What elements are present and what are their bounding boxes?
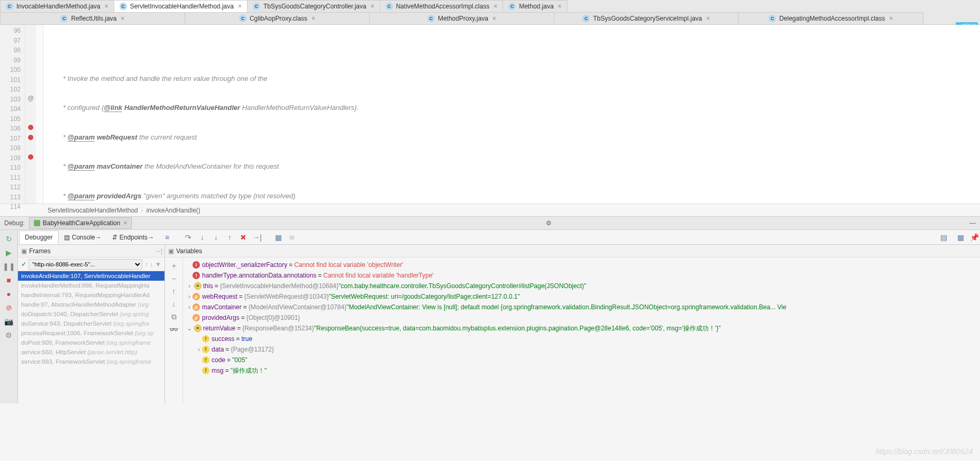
variable-row[interactable]: ⌄=returnValue = {ResponseBean@15234} "Re… xyxy=(186,323,977,334)
close-icon[interactable]: × xyxy=(238,3,242,10)
breadcrumb[interactable]: ServletInvocableHandlerMethod›invokeAndH… xyxy=(0,204,980,216)
evaluate-button[interactable]: ▦ xyxy=(272,232,284,243)
editor-tab[interactable]: CMethodProxy.java× xyxy=(369,12,554,24)
step-into-button[interactable]: ↓ xyxy=(196,232,208,243)
close-icon[interactable]: × xyxy=(121,15,125,22)
frames-detach-icon[interactable]: →| xyxy=(154,247,162,255)
variable-row[interactable]: pprovidedArgs = {Object[0]@10901} xyxy=(186,312,977,323)
variable-row[interactable]: fsuccess = true xyxy=(186,334,977,344)
class-icon: C xyxy=(6,3,13,10)
annotation-icon: @ xyxy=(28,95,34,102)
frames-title: Frames xyxy=(29,247,51,255)
variable-row[interactable]: !handlerType.annotationData.annotations … xyxy=(186,270,977,281)
close-icon[interactable]: × xyxy=(558,3,562,10)
variable-row[interactable]: !objectWriter._serializerFactory = Canno… xyxy=(186,260,977,270)
layout-button[interactable]: ▤ xyxy=(938,232,949,243)
stack-frame[interactable]: doService:943, DispatcherServlet (org.sp… xyxy=(18,319,164,328)
stack-frame[interactable]: service:883, FrameworkServlet (org.sprin… xyxy=(18,357,164,366)
drop-frame-button[interactable]: ✖ xyxy=(237,232,249,243)
settings-button[interactable]: ⚙ xyxy=(4,330,14,340)
gear-icon[interactable]: ⚙ xyxy=(546,219,552,227)
variables-icon: ▣ xyxy=(168,247,174,255)
class-icon: C xyxy=(120,3,127,10)
stack-frame[interactable]: doDispatch:1040, DispatcherServlet (org.… xyxy=(18,309,164,319)
run-to-cursor-button[interactable]: →| xyxy=(251,232,263,243)
expand-icon[interactable]: › xyxy=(186,282,193,290)
code-editor[interactable]: * Invoke the method and handle the retur… xyxy=(43,25,980,204)
editor-tab[interactable]: CNativeMethodAccessorImpl.class× xyxy=(380,0,503,12)
prev-frame-button[interactable]: ↑ xyxy=(144,261,148,268)
variable-row[interactable]: fmsg = "操作成功！" xyxy=(186,365,977,376)
editor-tab[interactable]: CMethod.java× xyxy=(502,0,567,12)
close-icon[interactable]: × xyxy=(312,15,315,22)
remove-watch-button[interactable]: − xyxy=(169,273,179,284)
close-icon[interactable]: × xyxy=(123,219,127,227)
breakpoint-icon[interactable] xyxy=(28,154,33,160)
var-type-icon: f xyxy=(202,335,209,343)
tab-endpoints[interactable]: ⇵Endpoints → xyxy=(107,231,159,244)
minimize-icon[interactable]: — xyxy=(969,219,976,227)
step-out-button[interactable]: ↑ xyxy=(224,232,235,243)
step-over-button[interactable]: ↷ xyxy=(182,232,194,243)
pause-button[interactable]: ❚❚ xyxy=(4,261,14,272)
editor-tab[interactable]: CInvocableHandlerMethod.java× xyxy=(0,0,114,12)
layout2-button[interactable]: ▦ xyxy=(955,232,966,243)
variable-row[interactable]: ›=this = {ServletInvocableHandlerMethod@… xyxy=(186,281,977,291)
down-button[interactable]: ↓ xyxy=(169,299,179,309)
editor-tab[interactable]: CCglibAopProxy.class× xyxy=(185,12,370,24)
editor-tab[interactable]: CTbSysGoodsCategoryController.java× xyxy=(247,0,380,12)
stack-frame[interactable]: doPost:909, FrameworkServlet (org.spring… xyxy=(18,338,164,347)
close-icon[interactable]: × xyxy=(492,15,496,22)
new-watch-button[interactable]: ＋ xyxy=(169,261,179,271)
pin-button[interactable]: 📌 xyxy=(968,232,980,243)
debug-session-tab[interactable]: BabyHealthCareApplication × xyxy=(29,217,132,229)
next-frame-button[interactable]: ↓ xyxy=(150,261,153,268)
class-icon: C xyxy=(768,15,776,22)
up-button[interactable]: ↑ xyxy=(169,286,179,297)
tab-debugger[interactable]: Debugger xyxy=(19,230,59,244)
stack-frame[interactable]: handle:87, AbstractHandlerMethodAdapter … xyxy=(18,300,164,309)
stop-button[interactable]: ■ xyxy=(4,275,14,285)
camera-button[interactable]: 📷 xyxy=(4,316,14,327)
view-breakpoints-button[interactable]: ● xyxy=(4,289,14,299)
glasses-button[interactable]: 👓 xyxy=(169,324,179,335)
stack-frame[interactable]: handleInternal:793, RequestMappingHandle… xyxy=(18,290,164,300)
expand-icon[interactable]: › xyxy=(186,303,193,311)
editor-tab[interactable]: CReflectUtils.java× xyxy=(0,12,185,24)
rerun-button[interactable]: ↻ xyxy=(4,234,14,244)
var-type-icon: f xyxy=(202,367,209,374)
resume-button[interactable]: ▶ xyxy=(4,247,14,258)
variable-row[interactable]: fcode = "005" xyxy=(186,355,977,365)
close-icon[interactable]: × xyxy=(105,3,108,10)
copy-button[interactable]: ⧉ xyxy=(169,311,179,322)
expand-icon[interactable]: › xyxy=(196,346,202,353)
editor-tab[interactable]: CDelegatingMethodAccessorImpl.class× xyxy=(738,12,923,24)
show-exec-point-button[interactable]: ≡ xyxy=(161,232,173,243)
close-icon[interactable]: × xyxy=(707,15,710,22)
close-icon[interactable]: × xyxy=(371,3,374,10)
editor-tab[interactable]: CTbSysGoodsCategoryServiceImpl.java× xyxy=(554,12,739,24)
expand-icon[interactable]: › xyxy=(186,293,193,300)
stack-frame[interactable]: service:660, HttpServlet (javax.servlet.… xyxy=(18,347,164,357)
variable-row[interactable]: ›pwebRequest = {ServletWebRequest@10343}… xyxy=(186,291,977,302)
stack-frame[interactable]: processRequest:1006, FrameworkServlet (o… xyxy=(18,328,164,338)
filter-button[interactable]: ▼ xyxy=(155,261,161,268)
breakpoint-icon[interactable] xyxy=(28,135,33,140)
trace-button[interactable]: ≋ xyxy=(286,232,298,243)
check-icon: ✔ xyxy=(21,261,26,268)
close-icon[interactable]: × xyxy=(493,3,497,10)
force-step-into-button[interactable]: ↓ xyxy=(210,232,222,243)
expand-icon[interactable]: ⌄ xyxy=(186,325,193,332)
thread-select[interactable]: "http-nio-8086-exec-5"... xyxy=(29,259,142,270)
tab-console[interactable]: ▤Console → xyxy=(59,231,107,244)
editor-tab[interactable]: CServletInvocableHandlerMethod.java× xyxy=(114,0,248,12)
variable-row[interactable]: ›fdata = {Page@13172} xyxy=(186,344,977,355)
mute-breakpoints-button[interactable]: ⊘ xyxy=(4,302,14,313)
debug-toolbar-left: ↻ ▶ ❚❚ ■ ● ⊘ 📷 ⚙ xyxy=(0,230,18,403)
stack-frame[interactable]: invokeHandlerMethod:888, RequestMappingH… xyxy=(18,281,164,290)
variable-row[interactable]: ›pmavContainer = {ModelAndViewContainer@… xyxy=(186,302,977,312)
close-icon[interactable]: × xyxy=(890,15,893,22)
breakpoint-icon[interactable] xyxy=(28,125,33,130)
class-icon: C xyxy=(239,15,246,22)
stack-frame[interactable]: invokeAndHandle:107, ServletInvocableHan… xyxy=(18,271,164,281)
